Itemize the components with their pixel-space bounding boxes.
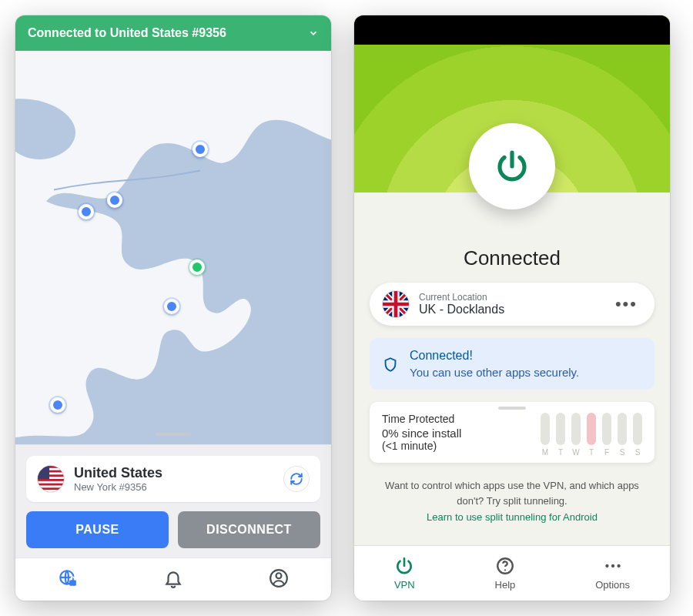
svg-rect-5 — [38, 481, 64, 484]
svg-rect-6 — [38, 486, 64, 488]
day-label: M — [541, 448, 550, 457]
tab-vpn-label: VPN — [394, 579, 415, 591]
current-server-marker[interactable] — [189, 259, 205, 275]
location-server: New York #9356 — [74, 481, 162, 493]
time-protected-label: Time Protected — [382, 413, 530, 425]
help-icon — [495, 556, 515, 576]
promo-text: Want to control which apps use the VPN, … — [385, 480, 639, 507]
tab-options-label: Options — [595, 579, 630, 591]
day-bar — [541, 413, 550, 445]
promo-link[interactable]: Learn to use split tunneling for Android — [385, 510, 639, 525]
nordvpn-app: Connected to United States #9356 — [15, 15, 331, 601]
more-icon — [603, 556, 623, 576]
day-label: W — [571, 448, 581, 457]
location-label: Current Location — [419, 292, 504, 303]
bell-icon — [163, 568, 183, 588]
day-bar — [633, 413, 642, 445]
globe-lock-icon — [58, 568, 78, 588]
disconnect-button[interactable]: DISCONNECT — [178, 511, 320, 548]
server-marker[interactable] — [107, 192, 122, 208]
day-bar — [587, 413, 596, 445]
location-card[interactable]: Current Location UK - Docklands ••• — [370, 283, 654, 326]
uk-flag-icon — [382, 290, 410, 318]
location-value: UK - Docklands — [419, 303, 504, 316]
svg-point-16 — [605, 564, 608, 567]
svg-point-18 — [617, 564, 620, 567]
svg-point-17 — [611, 564, 614, 567]
tab-account[interactable] — [269, 568, 289, 591]
split-tunneling-promo: Want to control which apps use the VPN, … — [370, 475, 654, 528]
user-icon — [269, 568, 289, 588]
power-icon — [394, 556, 414, 576]
refresh-button[interactable] — [283, 466, 310, 492]
us-flag-icon — [37, 465, 65, 493]
tab-help-label: Help — [495, 579, 516, 591]
shield-icon — [382, 350, 399, 379]
svg-point-12 — [276, 573, 281, 578]
day-label: F — [602, 448, 611, 457]
alert-body: You can use other apps securely. — [410, 366, 579, 379]
day-bar — [618, 413, 627, 445]
day-bar — [571, 413, 581, 445]
time-protected-note: (<1 minute) — [382, 440, 530, 452]
tab-options[interactable]: Options — [595, 556, 630, 591]
hero-area — [354, 15, 670, 192]
day-label: T — [587, 448, 596, 457]
svg-rect-8 — [38, 466, 49, 479]
connected-alert: Connected! You can use other apps secure… — [370, 338, 654, 390]
server-marker[interactable] — [50, 397, 65, 413]
day-label: S — [618, 448, 627, 457]
tab-help[interactable]: Help — [495, 556, 516, 591]
location-more-button[interactable]: ••• — [611, 294, 642, 314]
refresh-icon — [290, 472, 303, 486]
connection-panel: United States New York #9356 PAUSE DISCO… — [15, 444, 331, 557]
power-icon — [494, 148, 531, 185]
location-card[interactable]: United States New York #9356 — [26, 456, 320, 502]
svg-point-15 — [504, 569, 506, 571]
week-bars: MTWTFSS — [541, 413, 642, 457]
expressvpn-app: Connected Current Location UK - Dockland… — [354, 15, 670, 601]
time-protected-value: 0% since install — [382, 427, 530, 440]
time-protected-card[interactable]: Time Protected 0% since install (<1 minu… — [370, 402, 654, 463]
svg-rect-10 — [69, 580, 76, 586]
pause-button[interactable]: PAUSE — [26, 511, 169, 548]
chevron-down-icon — [308, 28, 319, 38]
connection-status-bar[interactable]: Connected to United States #9356 — [15, 15, 331, 51]
location-country: United States — [74, 465, 162, 481]
day-label: T — [556, 448, 565, 457]
sheet-handle[interactable] — [15, 424, 331, 444]
tab-notifications[interactable] — [163, 568, 183, 591]
connection-status-text: Connected to United States #9356 — [28, 26, 226, 40]
power-button[interactable] — [469, 123, 555, 209]
day-label: S — [633, 448, 642, 457]
server-map[interactable] — [15, 51, 331, 444]
tab-map[interactable] — [58, 568, 78, 591]
server-marker[interactable] — [164, 299, 179, 314]
status-title: Connected — [370, 246, 654, 270]
server-marker[interactable] — [192, 142, 208, 157]
tab-vpn[interactable]: VPN — [394, 556, 415, 591]
day-bar — [556, 413, 565, 445]
alert-title: Connected! — [410, 349, 579, 363]
bottom-tabbar — [15, 557, 331, 601]
svg-rect-7 — [38, 490, 64, 492]
map-svg — [15, 51, 331, 444]
bottom-tabbar: VPN Help Options — [354, 545, 670, 601]
day-bar — [602, 413, 611, 445]
